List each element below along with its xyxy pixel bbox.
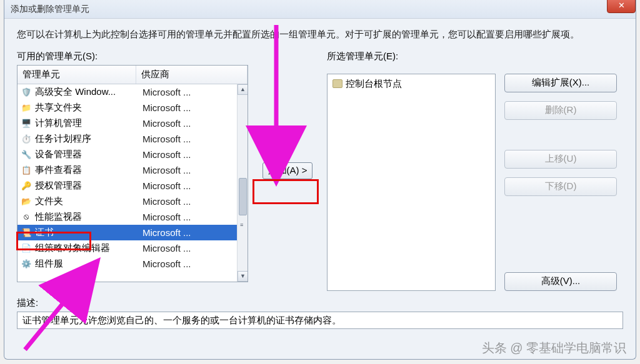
description-label: 描述: [17,297,623,309]
item-icon: 🖥️ [20,118,32,128]
item-icon: ⏱️ [20,134,32,144]
item-name: 共享文件夹 [35,102,142,114]
item-name: 高级安全 Window... [35,86,142,98]
window-title: 添加或删除管理单元 [11,4,89,15]
remove-button: 删除(R) [504,101,617,120]
item-icon: 🛡️ [20,87,32,97]
available-snapins-label: 可用的管理单元(S): [17,51,248,62]
item-vendor: Microsoft ... [142,227,244,238]
item-icon: 📋 [20,165,32,175]
item-name: 组件服 [35,258,142,270]
item-vendor: Microsoft ... [142,134,244,144]
item-icon: 📁 [20,102,32,112]
item-name: 文件夹 [35,195,142,207]
available-snapins-list[interactable]: 管理单元 供应商 ▲ ≡ ▼ 🛡️高级安全 Window...Microsoft… [17,65,248,282]
item-name: 事件查看器 [35,164,142,176]
edit-extensions-button[interactable]: 编辑扩展(X)... [504,74,617,92]
item-name: 证书 [35,227,142,239]
item-icon: 📄 [20,243,32,253]
item-vendor: Microsoft ... [142,87,244,97]
selected-snapins-tree[interactable]: 控制台根节点 [327,74,496,291]
dialog-window: 添加或删除管理单元 ✕ 您可以在计算机上为此控制台选择可用的管理单元并配置所选的… [4,0,636,360]
item-name: 授权管理器 [35,180,142,192]
list-item[interactable]: ⏱️任务计划程序Microsoft ... [18,131,248,147]
item-vendor: Microsoft ... [142,243,244,253]
list-item[interactable]: ⦸性能监视器Microsoft ... [18,209,248,225]
scroll-thumb[interactable] [239,178,247,215]
item-name: 计算机管理 [35,117,142,129]
item-name: 性能监视器 [35,211,142,223]
item-vendor: Microsoft ... [142,196,244,207]
header-name[interactable]: 管理单元 [18,66,136,84]
titlebar: 添加或删除管理单元 ✕ [4,0,636,19]
list-item[interactable]: 📜证书Microsoft ... [18,225,248,240]
item-icon: 🔧 [20,149,32,159]
close-button[interactable]: ✕ [607,0,636,13]
advanced-button[interactable]: 高级(V)... [504,272,617,291]
item-icon: 🔑 [20,180,32,190]
item-name: 任务计划程序 [35,133,142,145]
item-vendor: Microsoft ... [142,118,244,129]
folder-icon [332,79,342,88]
item-vendor: Microsoft ... [142,212,244,222]
list-item[interactable]: 🔧设备管理器Microsoft ... [18,147,248,162]
scrollbar[interactable]: ▲ ≡ ▼ [237,84,248,282]
list-item[interactable]: 📄组策略对象编辑器Microsoft ... [18,240,248,256]
move-down-button: 下移(D) [504,177,617,196]
header-vendor[interactable]: 供应商 [136,66,248,84]
instruction-text: 您可以在计算机上为此控制台选择可用的管理单元并配置所选的一组管理单元。对于可扩展… [17,27,623,42]
item-icon: 📂 [20,196,32,206]
item-vendor: Microsoft ... [142,180,244,191]
scroll-up-arrow[interactable]: ▲ [238,84,248,95]
list-item[interactable]: 📂文件夹Microsoft ... [18,194,248,209]
list-item[interactable]: ⚙️组件服Microsoft ... [18,256,248,272]
item-vendor: Microsoft ... [142,149,244,160]
scroll-mark: ≡ [240,222,246,227]
item-name: 设备管理器 [35,149,142,160]
move-up-button: 上移(U) [504,150,617,169]
tree-root-item[interactable]: 控制台根节点 [331,77,491,91]
item-vendor: Microsoft ... [142,258,244,269]
item-icon: 📜 [20,227,32,237]
scroll-down-arrow[interactable]: ▼ [238,271,248,282]
list-item[interactable]: 🖥️计算机管理Microsoft ... [18,116,248,131]
item-icon: ⚙️ [20,258,32,268]
list-item[interactable]: 📁共享文件夹Microsoft ... [18,100,248,116]
item-name: 组策略对象编辑器 [35,242,142,254]
list-item[interactable]: 📋事件查看器Microsoft ... [18,162,248,178]
list-item[interactable]: 🔑授权管理器Microsoft ... [18,178,248,194]
watermark: 头条 @ 零基础学电脑常识 [482,340,626,357]
tree-root-label: 控制台根节点 [346,78,402,90]
selected-snapins-label: 所选管理单元(E): [327,51,623,62]
item-vendor: Microsoft ... [142,102,244,113]
add-button[interactable]: 添加(A) > [262,162,313,179]
list-header: 管理单元 供应商 [18,66,248,84]
item-icon: ⦸ [20,212,32,222]
list-item[interactable]: 🛡️高级安全 Window...Microsoft ... [18,84,248,100]
item-vendor: Microsoft ... [142,165,244,175]
description-text: 证书管理单元允许您浏览自己的、一个服务的或一台计算机的证书存储内容。 [17,312,623,329]
